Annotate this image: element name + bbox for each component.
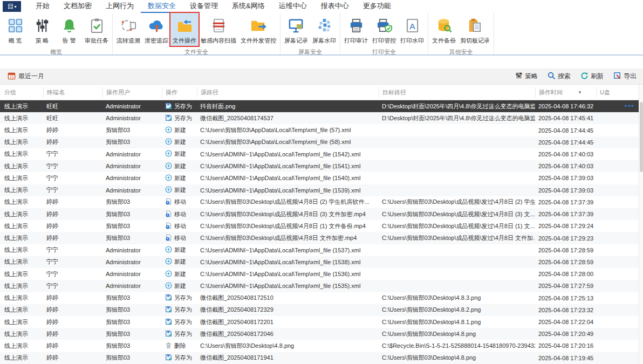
menu-tab[interactable]: 报表中心 (314, 0, 356, 13)
ribbon-button[interactable]: 文件外发管控 (238, 13, 278, 46)
table-row[interactable]: 线上演示婷婷剪辑部03新建C:\Users\剪辑部03\AppData\Loca… (0, 136, 643, 148)
app-logo-glyph: 目 (7, 2, 13, 11)
cell-user: Administrator (102, 283, 162, 289)
table-row[interactable]: 线上演示宁宁Administrator新建C:\Users\ADMINI~1\A… (0, 244, 643, 256)
ribbon-button[interactable]: 打印审计 (342, 13, 370, 46)
cell-dst: C:\Users\剪辑部03\Desktop\4.8.1.png (379, 318, 535, 326)
app-menu-button[interactable]: 目 ▾ (3, 1, 21, 12)
cell-time: 2025-04-08 17:27:59 (535, 283, 596, 289)
cell-terminal: 婷婷 (43, 222, 102, 230)
ribbon-button[interactable]: 告 警 (56, 13, 83, 46)
menu-tab[interactable]: 更多功能 (356, 0, 398, 13)
cell-user: Administrator (102, 247, 162, 253)
toolbar-action-label: 策略 (525, 72, 538, 81)
ribbon-button-label: 打印审计 (344, 37, 368, 45)
ribbon-button[interactable]: 敏感内容扫描 (199, 13, 238, 46)
menu-tab[interactable]: 开始 (29, 0, 57, 13)
table-row[interactable]: 线上演示婷婷剪辑部03另存为微信截图_20250408172510C:\User… (0, 292, 643, 304)
cell-dst: C:\Users\剪辑部03\Desktop\成品视频\发过\4月8日 (1) … (379, 222, 535, 230)
export-button[interactable]: 导出 (613, 72, 637, 81)
ribbon-group: 流转追溯泄密追踪文件操作敏感内容扫描文件外发管控文件安全 (113, 13, 281, 54)
operation-label: 另存为 (174, 102, 192, 111)
ribbon-button[interactable]: 打印管控 (370, 13, 398, 46)
column-header[interactable]: 操作用户 (102, 87, 162, 98)
column-header-label: 源路径 (201, 87, 218, 98)
policy-button[interactable]: 策略 (515, 72, 538, 81)
save-as-icon (165, 318, 172, 326)
time-filter-dropdown-icon[interactable]: ▼ (578, 87, 582, 98)
cell-group: 线上演示 (0, 234, 43, 242)
menu-tab[interactable]: 文档加密 (57, 0, 99, 13)
cell-terminal: 宁宁 (43, 174, 102, 182)
column-header[interactable]: 操作 (162, 87, 197, 98)
monitor-icon (288, 15, 305, 36)
table-row[interactable]: 线上演示婷婷剪辑部03移动C:\Users\剪辑部03\Desktop\成品视频… (0, 220, 643, 232)
column-header[interactable]: 终端名 (43, 87, 102, 98)
ribbon-button[interactable]: 流转追溯 (114, 13, 142, 46)
column-header[interactable]: 源路径 (197, 87, 379, 98)
menu-tab[interactable]: 系统&网络 (225, 0, 272, 13)
cell-terminal: 婷婷 (43, 330, 102, 338)
table-row[interactable]: 线上演示婷婷剪辑部03移动C:\Users\剪辑部03\Desktop\成品视频… (0, 196, 643, 208)
row-menu-dots[interactable]: ••• (625, 100, 634, 112)
scrollbar-thumb[interactable] (640, 102, 643, 172)
table-row[interactable]: 线上演示婷婷剪辑部03另存为微信截图_20250408171941C:\User… (0, 352, 643, 364)
column-header[interactable]: 分组 (0, 87, 43, 98)
cell-user: Administrator (102, 151, 162, 157)
table-row[interactable]: 线上演示婷婷剪辑部03另存为微信截图_20250408172329C:\User… (0, 304, 643, 316)
table-row[interactable]: 线上演示婷婷剪辑部03删除C:\Users\剪辑部03\Desktop\4.8.… (0, 340, 643, 352)
ribbon-button[interactable]: 屏幕记录 (282, 13, 310, 46)
column-header[interactable]: U盘 (596, 87, 643, 98)
table-row[interactable]: 线上演示宁宁Administrator新建C:\Users\ADMINI~1\A… (0, 268, 643, 280)
cell-group: 线上演示 (0, 174, 43, 182)
table-row[interactable]: 线上演示宁宁Administrator新建C:\Users\ADMINI~1\A… (0, 184, 643, 196)
cell-src: C:\Users\剪辑部03\Desktop\成品视频\4月8日 (3) 文件加… (197, 210, 379, 218)
ribbon-button[interactable]: 概 览 (2, 13, 29, 46)
ribbon-button[interactable]: 泄密追踪 (142, 13, 170, 46)
date-range-filter[interactable]: 23 最近一月 (8, 72, 44, 81)
table-row[interactable]: 线上演示婷婷剪辑部03移动C:\Users\剪辑部03\Desktop\成品视频… (0, 208, 643, 220)
menu-tab[interactable]: 设备管理 (183, 0, 225, 13)
cell-dst: C:\Users\剪辑部03\Desktop\4.8.png (379, 330, 535, 338)
cell-dst: C:\Users\剪辑部03\Desktop\成品视频\发过\4月8日 文件加.… (379, 234, 535, 242)
table-row[interactable]: 线上演示宁宁Administrator新建C:\Users\ADMINI~1\A… (0, 280, 643, 292)
table-row[interactable]: 线上演示婷婷剪辑部03另存为微信截图_20250408172201C:\User… (0, 316, 643, 328)
ribbon-button[interactable]: A打印水印 (398, 13, 426, 46)
cell-user: 剪辑部03 (102, 330, 162, 338)
table-row[interactable]: 线上演示宁宁Administrator新建C:\Users\ADMINI~1\A… (0, 172, 643, 184)
svg-text:23: 23 (10, 75, 14, 79)
column-header-label: 目标路径 (382, 87, 406, 98)
table-row[interactable]: 线上演示旺旺Administrator另存为微信截图_2025040817453… (0, 112, 643, 124)
column-header[interactable]: 目标路径 (379, 87, 535, 98)
menu-tab[interactable]: 上网行为 (99, 0, 141, 13)
ribbon-button[interactable]: 文件备份 (430, 13, 458, 46)
table-row[interactable]: 线上演示婷婷剪辑部03新建C:\Users\剪辑部03\AppData\Loca… (0, 124, 643, 136)
table-row[interactable]: 线上演示宁宁Administrator新建C:\Users\ADMINI~1\A… (0, 148, 643, 160)
move-doc-icon (165, 198, 172, 206)
cell-user: 剪辑部03 (102, 294, 162, 302)
ribbon-button[interactable]: 文件操作 (170, 13, 199, 46)
menu-tab[interactable]: 数据安全 (141, 0, 183, 13)
search-button[interactable]: 搜索 (548, 72, 571, 81)
menu-tab[interactable]: 运维中心 (272, 0, 314, 13)
table-row[interactable]: 线上演示宁宁Administrator新建C:\Users\ADMINI~1\A… (0, 160, 643, 172)
table-row[interactable]: 线上演示婷婷剪辑部03另存为微信截图_20250408172046C:\User… (0, 328, 643, 340)
ribbon-button[interactable]: 审批任务 (83, 13, 111, 46)
save-as-icon (165, 102, 172, 111)
ribbon-button[interactable]: 策 略 (29, 13, 56, 46)
operation-label: 另存为 (174, 114, 192, 122)
ribbon-button[interactable]: 屏幕水印 (310, 13, 338, 46)
table-row[interactable]: 线上演示宁宁Administrator新建C:\Users\ADMINI~1\A… (0, 256, 643, 268)
operation-label: 移动 (174, 222, 186, 230)
plus-circle-icon (165, 246, 172, 254)
vertical-scrollbar[interactable] (639, 85, 643, 364)
table-row[interactable]: 线上演示婷婷剪辑部03移动C:\Users\剪辑部03\Desktop\成品视频… (0, 232, 643, 244)
ribbon-button[interactable]: 剪切板记录 (458, 13, 492, 46)
toolbar-action-label: 搜索 (558, 72, 571, 81)
column-header[interactable]: 操作时间▼ (535, 87, 596, 98)
table-row[interactable]: 线上演示旺旺Administrator另存为抖音封面.pngD:\Desktop… (0, 100, 643, 112)
cell-op: 新建 (162, 138, 197, 146)
cell-op: 移动 (162, 198, 197, 206)
cell-time: 2025-04-08 17:45:41 (535, 115, 596, 121)
refresh-button[interactable]: 刷新 (580, 72, 604, 81)
